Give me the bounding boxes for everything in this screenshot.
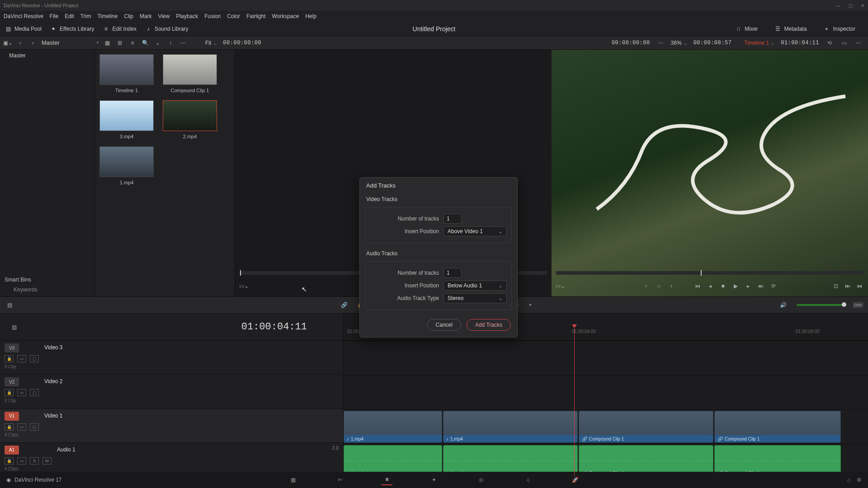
insert-pos-label: Insert Position bbox=[370, 282, 439, 289]
num-tracks-label: Number of tracks bbox=[370, 270, 439, 276]
dialog-overlay: Add Tracks Video Tracks Number of tracks… bbox=[0, 0, 868, 488]
audio-type-select[interactable]: Stereo bbox=[443, 293, 507, 303]
video-pos-select[interactable]: Above Video 1 bbox=[443, 226, 507, 236]
video-num-input[interactable] bbox=[443, 214, 462, 224]
audio-pos-select[interactable]: Below Audio 1 bbox=[443, 281, 507, 291]
add-tracks-button[interactable]: Add Tracks bbox=[467, 319, 511, 331]
num-tracks-label: Number of tracks bbox=[370, 216, 439, 222]
insert-pos-label: Insert Position bbox=[370, 228, 439, 235]
track-type-label: Audio Track Type bbox=[370, 295, 439, 301]
video-tracks-label: Video Tracks bbox=[360, 193, 517, 205]
audio-tracks-label: Audio Tracks bbox=[360, 248, 517, 259]
add-tracks-dialog: Add Tracks Video Tracks Number of tracks… bbox=[359, 177, 518, 338]
cancel-button[interactable]: Cancel bbox=[427, 319, 461, 331]
audio-num-input[interactable] bbox=[443, 268, 462, 278]
dialog-title: Add Tracks bbox=[360, 178, 517, 193]
